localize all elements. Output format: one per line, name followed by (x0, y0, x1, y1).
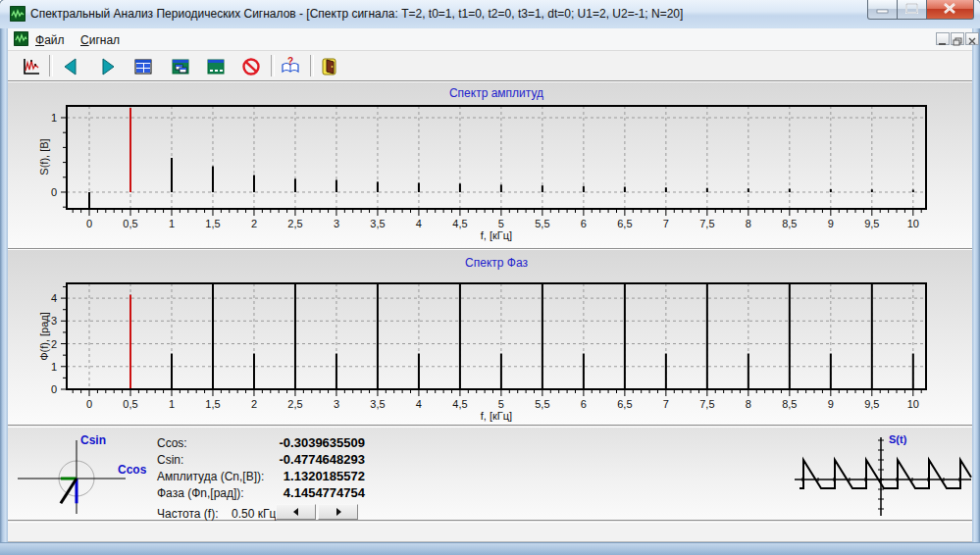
phase-plot[interactable]: 0123400,511,522,533,544,555,566,577,588,… (67, 283, 926, 389)
svg-text:1,5: 1,5 (205, 218, 220, 229)
toolbar: ? (8, 51, 972, 81)
svg-text:0: 0 (86, 398, 92, 410)
toolbar-separator (310, 55, 314, 76)
window-title: Спектральный Анализ Периодических Сигнал… (30, 7, 683, 21)
svg-text:9: 9 (828, 218, 834, 229)
mdi-close-button[interactable] (965, 32, 979, 45)
svg-text:4: 4 (51, 292, 57, 304)
svg-text:1: 1 (169, 398, 175, 410)
harmonic-value-label: Фаза (Фn,[рад]): (157, 486, 244, 500)
phasor-csin-axis-label: Csin (80, 433, 106, 447)
svg-text:0,5: 0,5 (123, 218, 137, 229)
svg-text:7: 7 (663, 218, 669, 229)
app-icon (10, 6, 26, 22)
amplitude-x-axis-label: f, [кГц] (67, 229, 926, 241)
status-bar (8, 522, 972, 542)
signal-preview-plot (791, 431, 977, 518)
close-button[interactable] (926, 0, 974, 20)
menu-item-signal[interactable]: Сигнал (75, 32, 126, 48)
svg-text:8,5: 8,5 (782, 398, 797, 410)
harmonic-info-panel: Csin Ccos Ccos:-0.3039635509Csin:-0.4774… (8, 427, 972, 521)
mdi-restore-button[interactable] (951, 32, 964, 45)
phasor-ccos-axis-label: Ccos (118, 463, 146, 477)
harmonic-value-row: Фаза (Фn,[рад]):4.1454774754 (157, 486, 365, 502)
next-harmonic-icon[interactable] (96, 55, 120, 78)
amplitude-chart-title: Спектр амплитуд (67, 86, 926, 100)
frequency-value: 0.50 кГц (232, 507, 276, 521)
stop-icon[interactable] (239, 55, 263, 78)
menu-bar: Файл Сигнал (8, 28, 972, 51)
svg-text:8,5: 8,5 (782, 218, 797, 229)
svg-text:8: 8 (746, 218, 751, 229)
svg-text:0: 0 (86, 218, 92, 229)
svg-text:7: 7 (663, 398, 669, 410)
exit-icon[interactable] (318, 55, 341, 78)
svg-text:3: 3 (334, 398, 339, 410)
svg-text:6,5: 6,5 (617, 398, 632, 410)
mdi-minimize-button[interactable] (936, 32, 950, 45)
window-table-icon[interactable] (131, 55, 155, 78)
svg-text:9: 9 (828, 398, 834, 410)
maximize-button[interactable] (897, 0, 927, 20)
svg-text:2: 2 (251, 218, 257, 229)
svg-text:2,5: 2,5 (287, 218, 302, 229)
svg-text:4,5: 4,5 (452, 218, 467, 229)
svg-text:8: 8 (746, 398, 751, 410)
window-border-bottom (0, 542, 980, 555)
prev-harmonic-icon[interactable] (59, 55, 82, 78)
windows-cascade-icon[interactable] (169, 55, 192, 78)
svg-text:9,5: 9,5 (864, 218, 879, 229)
harmonic-value: 1.1320185572 (284, 469, 365, 483)
window-border-left (0, 28, 8, 542)
harmonic-value-row: Csin:-0.4774648293 (157, 453, 365, 469)
app-window: Спектральный Анализ Периодических Сигнал… (0, 0, 980, 555)
phase-x-axis-label: f, [кГц] (67, 410, 926, 422)
prev-frequency-button[interactable] (276, 504, 316, 520)
svg-text:4: 4 (416, 398, 422, 410)
windows-minimize-icon[interactable] (204, 55, 228, 78)
svg-text:?: ? (287, 57, 293, 67)
next-frequency-button[interactable] (318, 504, 358, 520)
svg-text:3,5: 3,5 (370, 218, 385, 229)
menu-item-file[interactable]: Файл (29, 32, 71, 48)
help-icon[interactable]: ? (279, 55, 302, 78)
svg-text:7,5: 7,5 (699, 218, 714, 229)
svg-text:2: 2 (51, 338, 57, 350)
svg-text:4: 4 (416, 218, 422, 229)
svg-text:6: 6 (581, 398, 587, 410)
mdi-child-icon[interactable] (14, 31, 29, 47)
spectrum-plot-icon[interactable] (20, 55, 43, 78)
harmonic-value-row: Амплитуда (Cn,[В]):1.1320185572 (157, 470, 365, 485)
harmonic-value: -0.4774648293 (280, 452, 365, 467)
svg-text:1: 1 (169, 218, 175, 229)
svg-text:5: 5 (498, 398, 504, 410)
svg-text:3: 3 (51, 315, 57, 327)
svg-text:1: 1 (51, 361, 57, 373)
amplitude-plot[interactable]: 0100,511,522,533,544,555,566,577,588,599… (67, 106, 926, 209)
svg-text:1,5: 1,5 (205, 398, 220, 410)
svg-text:6,5: 6,5 (617, 218, 632, 229)
svg-text:5,5: 5,5 (535, 398, 549, 410)
svg-text:10: 10 (907, 398, 919, 410)
harmonic-value-row: Ccos:-0.3039635509 (157, 436, 365, 452)
phase-y-axis-label: Ф(f), [рад] (38, 282, 50, 390)
title-bar[interactable]: Спектральный Анализ Периодических Сигнал… (0, 0, 980, 29)
harmonic-value-label: Амплитуда (Cn,[В]): (157, 470, 264, 483)
svg-text:5,5: 5,5 (535, 218, 549, 229)
harmonic-value: 4.1454774754 (284, 485, 365, 500)
svg-text:0: 0 (51, 186, 57, 198)
svg-text:0: 0 (51, 383, 57, 395)
svg-text:5: 5 (498, 218, 504, 229)
svg-text:6: 6 (581, 218, 587, 229)
amplitude-spectrum-panel: Спектр амплитуд S(f), [В] 0100,511,522,5… (8, 81, 972, 249)
svg-text:0,5: 0,5 (123, 398, 137, 410)
svg-text:3,5: 3,5 (370, 398, 385, 410)
signal-preview-label: S(t) (889, 433, 906, 445)
svg-text:1: 1 (51, 112, 57, 124)
svg-text:3: 3 (334, 218, 339, 229)
svg-text:2: 2 (251, 398, 257, 410)
minimize-button[interactable] (867, 0, 898, 20)
phase-spectrum-panel: Спектр Фаз Ф(f), [рад] 0123400,511,522,5… (8, 249, 972, 426)
harmonic-value: -0.3039635509 (280, 435, 365, 450)
toolbar-separator (271, 55, 275, 76)
